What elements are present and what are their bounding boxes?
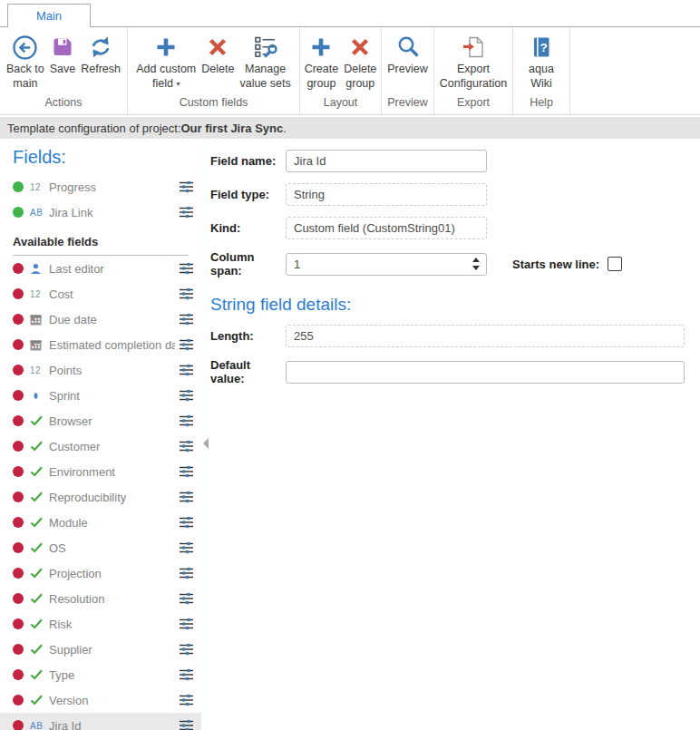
field-item-reproducibility[interactable]: Reproducibility [0,484,201,510]
field-item-risk[interactable]: Risk [0,611,201,637]
column-span-label: Column span: [210,250,286,277]
ribbon-button-save[interactable]: Save [47,32,79,77]
status-dot-red [13,263,24,274]
field-item-os[interactable]: OS [0,535,201,560]
field-item-estimated-completion-date[interactable]: Estimated completion date [0,332,201,357]
status-dot-red [13,441,24,452]
dropdown-caret-icon: ▾ [176,80,180,88]
field-item-module[interactable]: Module [0,510,201,535]
drag-handle-icon[interactable] [179,287,194,300]
field-item-type[interactable]: Type [0,662,201,687]
field-item-customer[interactable]: Customer [0,433,201,459]
drag-handle-icon[interactable] [179,668,194,681]
export-icon [460,33,487,62]
field-item-label: Environment [49,465,175,479]
assigned-fields-list: 12ProgressABJira Link [0,174,201,225]
spinner-up-icon[interactable] [472,258,480,262]
panel-splitter[interactable] [201,139,209,730]
ribbon-button-back-to-main[interactable]: Back to main [4,32,47,92]
status-dot-red [13,415,24,426]
check-icon [30,644,49,655]
field-item-label: Jira Link [49,206,175,219]
drag-handle-icon[interactable] [179,592,194,605]
field-item-last-editor[interactable]: Last editor [0,256,201,281]
field-item-version[interactable]: Version [0,687,201,713]
default-value-row: Default value: [210,358,700,385]
status-dot-red [13,390,24,401]
wiki-icon: ? [529,33,554,62]
drag-handle-icon[interactable] [179,338,194,351]
field-item-points[interactable]: 12Points [0,357,201,383]
field-item-label: Last editor [49,262,175,276]
starts-new-line-checkbox[interactable] [608,257,622,271]
column-span-stepper[interactable] [472,258,482,270]
drag-handle-icon[interactable] [179,414,194,427]
ribbon-button-row: Back to mainSaveRefresh [0,27,127,96]
drag-handle-icon[interactable] [179,541,194,554]
drag-handle-icon[interactable] [179,440,194,453]
ribbon-group-label: Export [434,96,512,114]
drag-handle-icon[interactable] [179,567,194,579]
drag-handle-icon[interactable] [179,719,194,730]
field-item-environment[interactable]: Environment [0,459,201,484]
field-item-label: Estimated completion date [49,338,175,352]
drag-handle-icon[interactable] [179,618,194,630]
ribbon-button-preview[interactable]: Preview [384,32,430,77]
column-span-value: 1 [294,258,300,271]
field-item-progress[interactable]: 12Progress [0,174,201,200]
user-icon [30,263,49,275]
splitter-collapse-icon[interactable] [203,438,209,449]
length-input: 255 [286,325,685,347]
ribbon-button-label: Back to main [6,62,44,92]
field-item-label: Sprint [49,389,175,403]
status-dot-red [13,517,24,528]
field-item-due-date[interactable]: Due date [0,307,201,332]
kind-row: Kind: Custom field (CustomString01) [210,217,700,239]
column-span-input[interactable]: 1 [286,253,487,276]
field-item-projection[interactable]: Projection [0,560,201,586]
drag-handle-icon[interactable] [179,694,194,706]
ribbon-button-refresh[interactable]: Refresh [78,32,123,77]
spinner-down-icon[interactable] [472,266,480,270]
field-item-sprint[interactable]: Sprint [0,383,201,408]
field-name-input[interactable]: Jira Id [286,150,487,172]
status-dot-red [13,644,24,655]
drag-handle-icon[interactable] [179,180,194,193]
ribbon-group-actions: Back to mainSaveRefreshActions [0,27,128,114]
field-item-supplier[interactable]: Supplier [0,637,201,662]
drag-handle-icon[interactable] [179,313,194,326]
field-type-row: Field type: String [210,183,700,206]
field-item-cost[interactable]: 12Cost [0,281,201,307]
check-icon [30,618,49,629]
field-item-jira-link[interactable]: ABJira Link [0,200,201,225]
ribbon-button-create-group[interactable]: Create group [302,32,342,92]
ribbon-button-delete-group[interactable]: Delete group [341,32,379,92]
drag-handle-icon[interactable] [179,516,194,529]
check-icon [30,492,49,502]
drag-handle-icon[interactable] [179,389,194,402]
drag-handle-icon[interactable] [179,262,194,275]
ribbon-button-aqua-wiki[interactable]: ?aqua Wiki [526,32,557,92]
ribbon-button-manage-value-sets[interactable]: Manage value sets [237,32,293,92]
available-fields-header: Available fields [13,230,189,256]
drag-handle-icon[interactable] [179,206,194,219]
default-value-label: Default value: [210,358,286,385]
ribbon-button-delete[interactable]: Delete [199,32,237,77]
status-dot-red [13,720,24,730]
drag-handle-icon[interactable] [179,491,194,503]
drag-handle-icon[interactable] [179,364,194,376]
field-item-browser[interactable]: Browser [0,408,201,433]
ribbon-button-add-custom-field[interactable]: Add custom field ▾ [133,32,199,92]
status-dot-red [13,492,24,502]
field-item-resolution[interactable]: Resolution [0,586,201,611]
status-dot-red [13,288,24,299]
ribbon-button-export-configuration[interactable]: Export Configuration [437,32,510,92]
tab-main[interactable]: Main [7,4,91,27]
default-value-input[interactable] [286,361,685,384]
ribbon-group-label: Help [513,96,569,114]
field-name-row: Field name: Jira Id [210,150,700,172]
drag-handle-icon[interactable] [179,465,194,478]
calendar-icon [30,339,49,351]
field-item-jira-id[interactable]: ABJira Id [0,713,201,730]
drag-handle-icon[interactable] [179,643,194,656]
